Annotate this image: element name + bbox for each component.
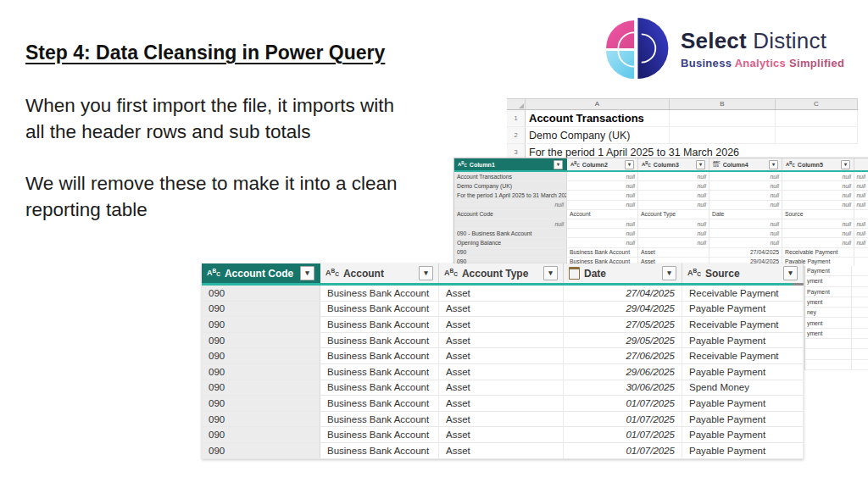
table-cell[interactable]: null — [454, 201, 567, 210]
table-cell[interactable]: null — [638, 181, 709, 191]
table-cell[interactable]: null — [854, 172, 868, 181]
table-cell[interactable]: null — [782, 219, 854, 229]
table-cell[interactable]: Spend Money — [682, 380, 804, 396]
table-cell[interactable]: null — [709, 219, 782, 229]
table-cell[interactable]: 27/06/2025 — [564, 348, 682, 364]
table-cell[interactable]: yment — [805, 318, 868, 328]
table-cell[interactable]: null — [709, 238, 782, 247]
table-cell[interactable]: null — [567, 191, 638, 200]
excel-column-header-b[interactable]: B — [670, 99, 776, 109]
excel-cell[interactable] — [776, 110, 858, 126]
table-cell[interactable]: 090 — [202, 443, 320, 459]
table-cell[interactable]: null — [709, 172, 782, 181]
table-cell[interactable]: Payable Payment — [682, 302, 804, 318]
table-cell[interactable]: Asset — [638, 248, 709, 258]
table-cell[interactable]: null — [454, 219, 567, 229]
table-cell[interactable]: 27/04/2025 — [709, 248, 782, 258]
filter-button[interactable]: ▾ — [554, 160, 563, 169]
table-cell[interactable]: 090 — [202, 317, 320, 333]
table-cell[interactable]: Payable Payment — [682, 333, 804, 349]
table-cell[interactable]: 090 — [202, 396, 320, 412]
table-cell[interactable]: null — [638, 201, 709, 210]
table-cell[interactable]: Asset — [439, 317, 564, 333]
table-cell[interactable]: null — [567, 181, 638, 191]
table-cell[interactable]: null — [567, 238, 638, 247]
table-cell[interactable]: Asset — [439, 412, 564, 428]
filter-button[interactable]: ▾ — [625, 160, 634, 169]
column-header-column3[interactable]: ABCColumn3▾ — [638, 158, 709, 170]
table-cell[interactable]: null — [854, 229, 868, 238]
table-cell[interactable]: Date — [709, 210, 782, 219]
excel-cell[interactable]: Account Transactions — [526, 110, 670, 126]
table-cell[interactable]: 090 — [202, 333, 320, 349]
table-cell[interactable]: Business Bank Account — [567, 248, 638, 258]
scrollbar-thumb[interactable] — [793, 283, 804, 286]
table-cell[interactable]: yment — [805, 297, 868, 308]
table-cell[interactable]: 090 — [202, 286, 320, 302]
table-cell[interactable]: null — [854, 191, 868, 200]
column-header-date[interactable]: Date▾ — [564, 263, 682, 283]
row-number[interactable]: 1 — [507, 110, 526, 126]
table-cell[interactable]: null — [638, 229, 709, 238]
column-header-column1[interactable]: ABCColumn1▾ — [454, 158, 567, 170]
table-cell[interactable]: 090 — [202, 427, 320, 443]
table-cell[interactable]: null — [709, 191, 782, 200]
filter-button[interactable]: ▾ — [783, 266, 798, 280]
table-cell[interactable]: null — [638, 238, 709, 247]
table-cell[interactable]: null — [854, 238, 868, 247]
column-header-column5[interactable]: ABCColumn5▾ — [782, 158, 854, 170]
table-cell[interactable]: Business Bank Account — [320, 286, 439, 302]
table-cell[interactable]: Source — [782, 210, 854, 219]
table-cell[interactable]: null — [782, 201, 854, 210]
table-cell[interactable]: 30/06/2025 — [564, 380, 682, 396]
table-cell[interactable]: 29/06/2025 — [564, 364, 682, 380]
table-cell[interactable]: null — [567, 229, 638, 238]
table-cell[interactable]: Business Bank Account — [320, 364, 439, 380]
table-cell[interactable]: 27/04/2025 — [564, 286, 682, 302]
row-number[interactable]: 2 — [507, 127, 526, 143]
filter-button[interactable]: ▾ — [841, 160, 850, 169]
table-cell[interactable]: null — [782, 181, 854, 191]
table-cell[interactable]: Account Transactions — [454, 172, 567, 181]
table-cell[interactable]: 29/04/2025 — [564, 302, 682, 318]
excel-cell[interactable]: Demo Company (UK) — [526, 127, 670, 143]
table-cell[interactable]: yment — [805, 276, 868, 286]
column-header-column4[interactable]: ABC123Column4▾ — [709, 158, 782, 170]
column-header-source[interactable]: ABCSource▾ — [682, 263, 804, 283]
table-cell[interactable]: Asset — [439, 286, 564, 302]
table-cell[interactable]: 29/05/2025 — [564, 333, 682, 349]
table-cell[interactable]: Demo Company (UK) — [454, 181, 567, 191]
table-cell[interactable]: null — [638, 191, 709, 200]
table-cell[interactable]: Business Bank Account — [320, 333, 439, 349]
table-cell[interactable] — [805, 339, 868, 349]
table-cell[interactable]: Business Bank Account — [320, 302, 439, 318]
table-cell[interactable]: ney — [805, 308, 868, 318]
table-cell[interactable]: null — [709, 201, 782, 210]
excel-cell[interactable] — [776, 127, 858, 143]
column-header-account[interactable]: ABCAccount▾ — [320, 263, 439, 283]
table-cell[interactable]: null — [638, 172, 709, 181]
table-cell[interactable]: 01/07/2025 — [564, 443, 682, 459]
table-cell[interactable]: null — [709, 181, 782, 191]
table-cell[interactable]: null — [854, 181, 868, 191]
table-cell[interactable]: null — [638, 219, 709, 229]
table-cell[interactable]: Receivable Payment — [682, 348, 804, 364]
column-header-account-type[interactable]: ABCAccount Type▾ — [439, 263, 564, 283]
table-cell[interactable]: 090 — [202, 412, 320, 428]
table-cell[interactable]: Receivable Payment — [782, 248, 854, 258]
table-cell[interactable]: For the period 1 April 2025 to 31 March … — [454, 191, 567, 200]
table-cell[interactable]: Asset — [439, 443, 564, 459]
table-cell[interactable]: 01/07/2025 — [564, 412, 682, 428]
table-cell[interactable]: yment — [805, 329, 868, 339]
table-cell[interactable]: Asset — [439, 427, 564, 443]
table-cell[interactable]: Business Bank Account — [320, 412, 439, 428]
table-cell[interactable]: 090 — [202, 380, 320, 396]
filter-button[interactable]: ▾ — [696, 160, 705, 169]
table-cell[interactable]: 090 — [202, 364, 320, 380]
table-cell[interactable]: Business Bank Account — [320, 348, 439, 364]
table-cell[interactable]: 01/07/2025 — [564, 427, 682, 443]
table-cell[interactable]: Account Code — [454, 210, 567, 219]
column-header-account-code[interactable]: ABCAccount Code▾ — [202, 263, 320, 283]
column-header-column2[interactable]: ABCColumn2▾ — [567, 158, 638, 170]
table-cell[interactable]: Business Bank Account — [320, 427, 439, 443]
